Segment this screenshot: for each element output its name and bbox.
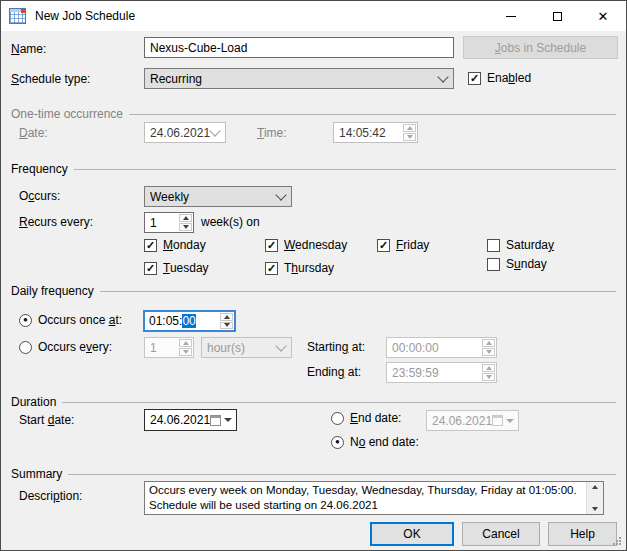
description-label: Description: xyxy=(19,489,82,503)
checkmark-icon: ✓ xyxy=(377,239,390,252)
start-date-picker[interactable]: 24.06.2021 xyxy=(144,409,237,431)
thursday-label: Thursday xyxy=(284,261,334,275)
description-text: Occurs every week on Monday, Tuesday, We… xyxy=(145,482,586,514)
occurs-every-radio[interactable]: Occurs every: xyxy=(19,340,112,354)
saturday-label: Saturday xyxy=(506,238,554,252)
ending-at-spinner: 23:59:59 xyxy=(386,362,497,383)
name-input[interactable]: Nexus-Cube-Load xyxy=(144,37,454,58)
dropdown-arrow-icon xyxy=(224,418,232,422)
scroll-down-icon xyxy=(592,507,598,511)
checkmark-icon: ✓ xyxy=(144,262,157,275)
one-time-date-dropdown: 24.06.2021 xyxy=(144,122,226,143)
description-scrollbar[interactable] xyxy=(586,482,603,514)
schedule-type-value: Recurring xyxy=(150,72,202,86)
ending-at-value: 23:59:59 xyxy=(392,366,439,380)
recurs-every-value: 1 xyxy=(150,216,157,230)
title-bar: New Job Schedule ✕ xyxy=(1,1,626,31)
start-date-label: Start date: xyxy=(19,413,74,427)
spinner-buttons[interactable] xyxy=(219,312,234,330)
spin-down-icon xyxy=(183,350,189,354)
maximize-button[interactable] xyxy=(534,1,580,31)
sunday-label: Sunday xyxy=(506,257,547,271)
ok-button[interactable]: OK xyxy=(370,522,454,546)
tuesday-label: Tuesday xyxy=(163,261,209,275)
resize-grip[interactable] xyxy=(619,543,621,545)
interval-unit-dropdown: hour(s) xyxy=(201,337,292,358)
checkbox-saturday[interactable]: Saturday xyxy=(487,238,554,252)
spinner-buttons xyxy=(178,338,193,357)
weeks-on-label: week(s) on xyxy=(201,215,260,229)
spinner-buttons xyxy=(481,338,496,357)
checkmark-icon: ✓ xyxy=(468,72,481,85)
jobs-in-schedule-button: Jobs in Schedule xyxy=(463,36,618,59)
schedule-calendar-icon xyxy=(9,8,26,24)
wednesday-label: Wednesday xyxy=(284,238,347,252)
group-divider xyxy=(74,169,616,170)
group-divider xyxy=(68,474,616,475)
one-time-time-value: 14:05:42 xyxy=(339,126,386,140)
no-end-date-radio[interactable]: ● No end date: xyxy=(331,435,419,449)
starting-at-value: 00:00:00 xyxy=(392,341,439,355)
daily-frequency-group-title: Daily frequency xyxy=(11,284,100,298)
end-date-label: End date: xyxy=(350,411,401,425)
calendar-icon xyxy=(210,415,221,426)
one-time-date-value: 24.06.2021 xyxy=(150,126,210,140)
end-date-picker: 24.06.2021 xyxy=(426,410,519,431)
spin-up-icon xyxy=(486,366,492,370)
chevron-down-icon xyxy=(275,189,286,200)
description-box: Occurs every week on Monday, Tuesday, We… xyxy=(144,481,604,515)
occurs-once-label: Occurs once at: xyxy=(38,313,122,327)
checkbox-sunday[interactable]: Sunday xyxy=(487,257,547,271)
occurs-value: Weekly xyxy=(150,190,189,204)
enabled-checkbox[interactable]: ✓ Enabled xyxy=(468,71,531,85)
radio-icon: ● xyxy=(331,436,344,449)
duration-group-title: Duration xyxy=(11,395,62,409)
one-time-group-title: One-time occurrence xyxy=(11,107,129,121)
checkbox-thursday[interactable]: ✓ Thursday xyxy=(265,261,334,275)
occurs-label: Occurs: xyxy=(19,189,60,203)
recurs-every-label: Recurs every: xyxy=(19,215,93,229)
cancel-button[interactable]: Cancel xyxy=(462,522,540,546)
recurs-every-spinner[interactable]: 1 xyxy=(144,212,194,233)
checkbox-monday[interactable]: ✓ Monday xyxy=(144,238,206,252)
friday-label: Friday xyxy=(396,238,429,252)
once-time-prefix: 01:05: xyxy=(149,314,182,328)
ok-label: OK xyxy=(403,527,420,541)
spinner-buttons[interactable] xyxy=(178,213,193,232)
radio-icon: ● xyxy=(19,314,32,327)
checkmark-icon: ✓ xyxy=(144,239,157,252)
cancel-label: Cancel xyxy=(482,527,519,541)
frequency-group-header: Frequency xyxy=(11,162,616,176)
occurs-dropdown[interactable]: Weekly xyxy=(144,186,292,207)
close-button[interactable]: ✕ xyxy=(580,1,626,31)
checkmark-icon xyxy=(487,239,500,252)
spin-down-icon xyxy=(486,350,492,354)
monday-label: Monday xyxy=(163,238,206,252)
help-button[interactable]: Help xyxy=(548,522,617,546)
schedule-type-dropdown[interactable]: Recurring xyxy=(144,68,454,89)
spin-up-icon xyxy=(183,216,189,220)
end-date-radio[interactable]: End date: xyxy=(331,411,401,425)
occurs-every-label: Occurs every: xyxy=(38,340,112,354)
spin-down-icon xyxy=(407,135,413,139)
radio-icon xyxy=(331,412,344,425)
chevron-down-icon xyxy=(437,71,448,82)
ending-at-label: Ending at: xyxy=(307,365,361,379)
name-label: Name: xyxy=(11,42,46,56)
checkbox-wednesday[interactable]: ✓ Wednesday xyxy=(265,238,347,252)
start-date-value: 24.06.2021 xyxy=(150,413,210,427)
occurs-every-spinner: 1 xyxy=(144,337,194,358)
spin-up-icon xyxy=(183,341,189,345)
minimize-button[interactable] xyxy=(488,1,534,31)
occurs-once-radio[interactable]: ● Occurs once at: xyxy=(19,313,122,327)
occurs-every-value: 1 xyxy=(150,341,157,355)
spin-down-icon xyxy=(486,375,492,379)
enabled-label: Enabled xyxy=(487,71,531,85)
checkbox-friday[interactable]: ✓ Friday xyxy=(377,238,429,252)
time-label: Time: xyxy=(257,126,287,140)
checkbox-tuesday[interactable]: ✓ Tuesday xyxy=(144,261,209,275)
scroll-up-icon xyxy=(592,485,598,489)
no-end-date-label: No end date: xyxy=(350,435,419,449)
occurs-once-time-spinner[interactable]: 01:05:00 xyxy=(143,310,236,332)
radio-icon xyxy=(19,341,32,354)
